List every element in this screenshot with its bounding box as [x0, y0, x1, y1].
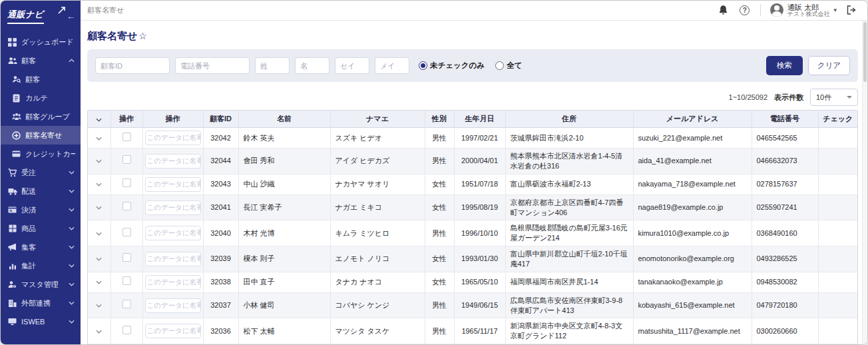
chevron-down-icon [69, 208, 75, 212]
column-header-address: 住所 [505, 111, 633, 128]
table-row: このデータに名寄 32042 鈴木 英夫 スズキ ヒデオ 男性 1997/02/… [88, 128, 857, 149]
row-expand-chevron-icon[interactable] [96, 300, 102, 310]
row-checkbox[interactable] [122, 276, 131, 285]
vertical-scrollbar[interactable] [862, 21, 867, 344]
merge-to-this-button[interactable]: このデータに名寄 [145, 226, 201, 240]
sidebar-item-customers[interactable]: 顧客 [1, 51, 81, 70]
customer-id-input[interactable] [95, 57, 170, 74]
row-expand-chevron-icon[interactable] [96, 156, 102, 166]
row-checkbox[interactable] [122, 178, 131, 187]
merge-to-this-button[interactable]: このデータに名寄 [145, 275, 201, 290]
sidebar-item-customer-group[interactable]: 顧客グループ [1, 107, 81, 126]
app-logo[interactable]: 通販ナビ [7, 8, 64, 24]
radio-all[interactable]: 全て [495, 61, 522, 71]
logout-icon[interactable] [846, 4, 858, 16]
row-checkbox[interactable] [122, 228, 131, 236]
sidebar-item-products[interactable]: 商品 [1, 219, 81, 238]
cell-phone: 0465542565 [752, 128, 818, 149]
cell-birth: 1993/01/30 [454, 246, 505, 272]
sidebar-item-external-link[interactable]: 外部連携 [1, 294, 81, 312]
logo-arrow-icon [57, 5, 67, 15]
help-icon[interactable]: ? [739, 4, 751, 16]
cell-gender: 女性 [425, 194, 454, 220]
merge-to-this-button[interactable]: このデータに名寄 [145, 131, 201, 145]
merge-to-this-button[interactable]: このデータに名寄 [145, 252, 201, 266]
row-checkbox[interactable] [122, 253, 131, 262]
row-checkbox[interactable] [122, 202, 131, 210]
row-expand-chevron-icon[interactable] [96, 326, 102, 336]
chevron-down-icon [69, 189, 75, 193]
row-checkbox[interactable] [122, 326, 131, 334]
row-expand-chevron-icon[interactable] [96, 228, 102, 238]
cell-name: 小林 健司 [238, 292, 330, 318]
cell-name: 榎本 則子 [238, 246, 330, 272]
cell-customer-id: 32040 [203, 220, 238, 246]
cell-gender: 女性 [425, 246, 454, 272]
merge-to-this-button[interactable]: このデータに名寄 [145, 324, 201, 338]
sidebar-item-name-merge[interactable]: 顧客名寄せ [1, 126, 81, 145]
cell-name: 會田 秀和 [238, 149, 330, 174]
sidebar-item-marketing[interactable]: 集客 [1, 238, 81, 256]
last-name-input[interactable] [255, 57, 290, 74]
scrollbar-thumb[interactable] [863, 22, 867, 82]
clear-button[interactable]: クリア [808, 56, 850, 75]
sidebar-item-master-management[interactable]: マスタ管理 [1, 275, 81, 294]
sidebar-item-orders[interactable]: 受注 [1, 163, 81, 182]
merge-to-this-button[interactable]: このデータに名寄 [145, 298, 201, 313]
merge-to-this-button[interactable]: このデータに名寄 [145, 177, 201, 192]
favorite-star-icon[interactable]: ☆ [138, 31, 147, 41]
cell-address: 熊本県熊本市北区清水岩倉1-4-5清水岩倉の杜316 [505, 149, 633, 174]
table-header-row: 操作 操作 顧客ID 名前 ナマエ 性別 生年月日 住所 メールアドレス 電話番… [88, 111, 857, 128]
cell-check [818, 174, 857, 194]
column-header-phone: 電話番号 [752, 111, 818, 128]
row-expand-chevron-icon[interactable] [96, 254, 102, 264]
row-checkbox[interactable] [122, 155, 131, 164]
sidebar-item-isweb[interactable]: ISWEB [1, 312, 81, 331]
cell-kana: ナガエ ミキコ [330, 194, 425, 220]
first-name-input[interactable] [295, 57, 329, 74]
cell-email: matsushita_1117@example.net [633, 318, 752, 344]
per-page-select[interactable]: 10件 [810, 89, 858, 106]
search-button[interactable]: 検索 [766, 56, 803, 75]
cell-check [818, 220, 857, 246]
user-menu[interactable]: 通販 太郎 テスト株式会社 ▾ [770, 3, 837, 18]
row-checkbox[interactable] [122, 133, 131, 141]
header-expand-all[interactable] [88, 111, 110, 128]
row-expand-chevron-icon[interactable] [96, 179, 102, 189]
cell-customer-id: 32041 [203, 194, 238, 220]
row-expand-chevron-icon[interactable] [96, 133, 102, 143]
chevron-down-icon [69, 171, 75, 174]
select-caret-icon [847, 96, 852, 99]
sidebar-item-payment[interactable]: 決済 [1, 200, 81, 219]
cell-customer-id: 32037 [203, 292, 238, 318]
row-expand-chevron-icon[interactable] [96, 202, 102, 212]
cell-customer-id: 32043 [203, 174, 238, 194]
sidebar-item-customer[interactable]: 顧客 [1, 70, 81, 89]
column-header-email: メールアドレス [633, 111, 752, 128]
topbar-actions: ? 通販 太郎 テスト株式会社 ▾ [718, 3, 858, 18]
first-kana-input[interactable] [375, 57, 409, 74]
radio-unselected-icon [495, 61, 504, 70]
customer-table-body: このデータに名寄 32042 鈴木 英夫 スズキ ヒデオ 男性 1997/02/… [88, 128, 857, 345]
radio-unchecked-only[interactable]: 未チェックのみ [419, 61, 485, 71]
sidebar-item-dashboard[interactable]: ダッシュボード [1, 33, 81, 51]
notification-bell-icon[interactable] [718, 4, 730, 16]
cell-birth: 1965/11/17 [454, 318, 505, 344]
merge-to-this-button[interactable]: このデータに名寄 [145, 154, 201, 169]
sidebar-item-karte[interactable]: カルテ [1, 89, 81, 107]
row-checkbox[interactable] [122, 300, 131, 308]
merge-to-this-button[interactable]: このデータに名寄 [145, 200, 201, 215]
column-header-birth: 生年月日 [454, 111, 505, 128]
cell-customer-id: 32044 [203, 149, 238, 174]
sidebar-item-aggregation[interactable]: 集計 [1, 256, 81, 275]
sidebar-item-delivery[interactable]: 配送 [1, 182, 81, 200]
sidebar-item-credit-card[interactable]: クレジットカード [1, 145, 81, 163]
phone-input[interactable] [175, 57, 250, 74]
chevron-down-icon [69, 320, 75, 324]
name-merge-icon [11, 131, 21, 140]
row-expand-chevron-icon[interactable] [96, 277, 102, 287]
main-area: 顧客名寄せ ? 通販 太郎 テスト株式会社 ▾ [81, 1, 867, 344]
cell-gender: 男性 [425, 149, 454, 174]
last-kana-input[interactable] [335, 57, 369, 74]
cell-kana: エノモト ノリコ [330, 246, 425, 272]
